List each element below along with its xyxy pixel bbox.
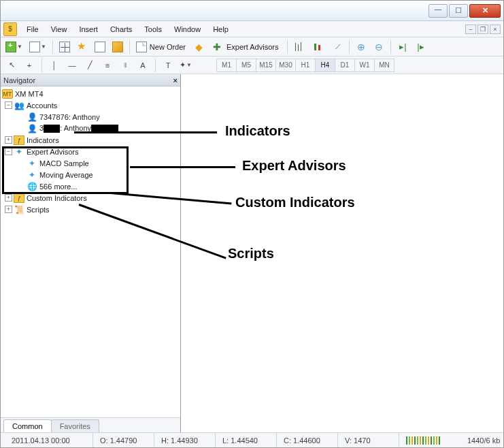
menu-help[interactable]: Help xyxy=(207,23,234,35)
close-button[interactable] xyxy=(469,4,501,18)
data-window-button[interactable] xyxy=(93,39,107,54)
timeframe-w1[interactable]: W1 xyxy=(354,59,375,72)
market-watch-button[interactable]: ★ xyxy=(75,39,90,54)
menu-tools[interactable]: Tools xyxy=(139,23,167,35)
navigator-title: Navigator xyxy=(3,76,35,84)
tree-account-item[interactable]: 👤7347876: Anthony xyxy=(2,111,179,123)
window-titlebar xyxy=(1,1,503,21)
text-button[interactable]: A xyxy=(136,59,150,72)
status-connection xyxy=(399,433,460,447)
annotation-line xyxy=(74,131,217,133)
timeframe-m1[interactable]: M1 xyxy=(216,59,237,72)
profiles-button[interactable]: ▼ xyxy=(27,39,48,54)
navigator-close-button[interactable]: × xyxy=(173,76,178,84)
tree-ea-item[interactable]: ✦Moving Average xyxy=(2,169,179,180)
tab-favorites[interactable]: Favorites xyxy=(51,419,99,432)
menu-view[interactable]: View xyxy=(46,23,73,35)
globe-icon: 🌐 xyxy=(27,182,37,191)
annotation-text-scripts: Scripts xyxy=(228,246,274,261)
collapse-icon[interactable]: − xyxy=(5,148,12,155)
tree-indicators[interactable]: + ƒ Indicators xyxy=(2,134,179,146)
fibonacci-button[interactable]: ⫴ xyxy=(118,59,132,72)
timeframe-h1[interactable]: H1 xyxy=(295,59,316,72)
tree-root[interactable]: MT XM MT4 xyxy=(2,88,179,99)
annotation-text-indicators: Indicators xyxy=(225,123,290,139)
menu-window[interactable]: Window xyxy=(169,23,206,35)
menu-charts[interactable]: Charts xyxy=(105,23,137,35)
annotation-text-ci: Custom Indicators xyxy=(235,195,355,210)
expand-icon[interactable]: + xyxy=(5,194,12,202)
navigator-panel: Navigator × MT XM MT4 − 👥 Accounts 👤7347… xyxy=(1,74,181,432)
tree-ea-more[interactable]: 🌐566 more... xyxy=(2,180,179,192)
timeframe-buttons: M1M5M15M30H1H4D1W1MN xyxy=(217,59,394,72)
timeframe-m15[interactable]: M15 xyxy=(256,59,276,72)
status-low: L: 1.44540 xyxy=(216,433,277,447)
mdi-close-button[interactable]: × xyxy=(490,25,501,34)
status-datetime: 2011.04.13 00:00 xyxy=(5,433,93,447)
user-icon: 👤 xyxy=(27,124,37,133)
tree-accounts[interactable]: − 👥 Accounts xyxy=(2,99,179,111)
tree-custom-indicators[interactable]: + ƒ Custom Indicators xyxy=(2,192,179,204)
arrows-button[interactable]: ✦▼ xyxy=(179,59,192,72)
indicator-icon: ƒ xyxy=(14,135,24,145)
chart-type-bar-button[interactable] xyxy=(292,39,308,54)
expert-advisor-icon: ✦ xyxy=(14,147,24,157)
mdi-restore-button[interactable]: ❐ xyxy=(477,25,488,34)
tab-common[interactable]: Common xyxy=(3,419,52,432)
expand-icon[interactable]: + xyxy=(5,206,12,213)
expert-advisors-button[interactable]: ✚Expert Advisors xyxy=(211,39,283,54)
timeframe-d1[interactable]: D1 xyxy=(335,59,355,72)
chart-type-candle-button[interactable] xyxy=(311,39,327,54)
status-high: H: 1.44930 xyxy=(154,433,216,447)
autotrading-button[interactable]: ◆ xyxy=(193,39,208,54)
zoom-out-button[interactable]: ⊖ xyxy=(371,39,386,54)
status-close: C: 1.44600 xyxy=(277,433,338,447)
terminal-icon: MT xyxy=(2,89,13,99)
auto-scroll-button[interactable]: ▸| xyxy=(395,39,410,54)
expand-icon[interactable]: + xyxy=(5,136,12,144)
toolbar-draw: ↖ + │ ― ╱ ≡ ⫴ A T ✦▼ M1M5M15M30H1H4D1W1M… xyxy=(1,57,503,74)
navigator-tabs: Common Favorites xyxy=(1,417,180,432)
new-order-button[interactable]: New Order xyxy=(134,39,190,54)
annotation-line xyxy=(130,166,235,168)
chart-type-line-button[interactable]: ⟋ xyxy=(330,39,345,54)
new-chart-button[interactable]: ▼ xyxy=(3,39,24,54)
timeframe-m30[interactable]: M30 xyxy=(275,59,296,72)
status-traffic: 1440/6 kb xyxy=(460,433,504,447)
annotation-text-ea: Expert Advisors xyxy=(242,158,346,174)
timeframe-mn[interactable]: MN xyxy=(374,59,394,72)
tree-expert-advisors[interactable]: − ✦ Expert Advisors xyxy=(2,146,179,157)
menu-file[interactable]: File xyxy=(21,23,44,35)
cursor-button[interactable]: ↖ xyxy=(5,59,18,72)
trendline-button[interactable]: ╱ xyxy=(83,59,97,72)
minimize-button[interactable] xyxy=(429,4,448,18)
navigator-button[interactable] xyxy=(110,39,125,54)
mdi-minimize-button[interactable]: – xyxy=(465,25,476,34)
status-open: O: 1.44790 xyxy=(93,433,154,447)
connection-meter-icon xyxy=(406,436,440,445)
timeframe-m5[interactable]: M5 xyxy=(236,59,256,72)
custom-indicator-icon: ƒ xyxy=(14,193,24,203)
status-volume: V: 1470 xyxy=(338,433,399,447)
crosshair-button[interactable] xyxy=(57,39,72,54)
folder-icon: 👥 xyxy=(14,101,24,110)
crosshair-tool-button[interactable]: + xyxy=(22,59,36,72)
zoom-in-button[interactable]: ⊕ xyxy=(354,39,369,54)
status-bar: 2011.04.13 00:00 O: 1.44790 H: 1.44930 L… xyxy=(1,432,503,447)
text-label-button[interactable]: T xyxy=(161,59,175,72)
script-icon: 📜 xyxy=(14,205,24,214)
ea-icon: ✦ xyxy=(27,159,37,168)
ea-icon: ✦ xyxy=(27,170,37,180)
vertical-line-button[interactable]: │ xyxy=(48,59,61,72)
toolbar-main: ▼ ▼ ★ New Order ◆ ✚Expert Advisors ⟋ ⊕ ⊖… xyxy=(1,37,503,57)
navigator-tree: MT XM MT4 − 👥 Accounts 👤7347876: Anthony… xyxy=(1,86,180,417)
navigator-titlebar: Navigator × xyxy=(1,74,180,86)
user-icon: 👤 xyxy=(27,112,37,122)
collapse-icon[interactable]: − xyxy=(5,101,12,109)
horizontal-line-button[interactable]: ― xyxy=(65,59,79,72)
chart-shift-button[interactable]: |▸ xyxy=(413,39,428,54)
menu-insert[interactable]: Insert xyxy=(73,23,103,35)
timeframe-h4[interactable]: H4 xyxy=(315,59,335,72)
channel-button[interactable]: ≡ xyxy=(101,59,114,72)
maximize-button[interactable] xyxy=(449,4,468,18)
